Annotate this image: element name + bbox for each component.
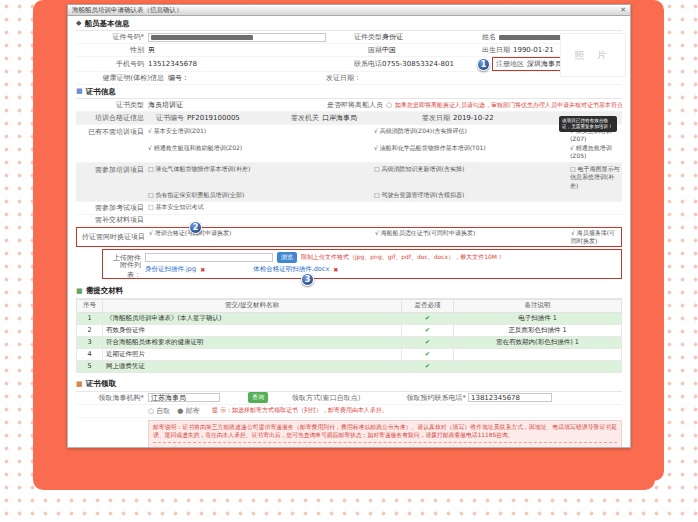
training-item[interactable]: √ 基本安全培训(Z01) [148,127,370,143]
leave-radio[interactable]: ○ [386,101,392,109]
agency-select[interactable]: 江苏海事局 [148,393,220,402]
pickup-radio-group[interactable]: ○ 自取 ● 邮寄 [148,406,212,416]
check-icon: ✔ [402,336,454,348]
renewal-item[interactable]: √ 海员服务簿(可同时换发) [571,229,621,245]
highlight-box-renewal: 2 持证需同时换证项目 √ 培训合格证(可同时申请换发) √ 海船船员适任证书(… [76,227,622,247]
id-number-input[interactable] [148,33,326,42]
training-checkbox[interactable]: □ 负有指定保安职责船员培训(全部) [148,191,370,199]
upload-format-hint: 限制上传文件格式（jpg、png、gif、pdf、doc、docx），最大文件1… [301,253,617,262]
cell-note [454,360,622,372]
cell-no: 2 [77,324,103,336]
highlight-box-upload: 3 上传附件 浏览 限制上传文件格式（jpg、png、gif、pdf、doc、d… [102,249,622,279]
section-cert-header: ■ 证书信息 [76,85,622,99]
query-button[interactable]: 查询 [248,392,268,403]
delete-attachment-icon[interactable]: ✖ [333,266,338,273]
mail-notice-box: 邮寄说明：证书将由第三方邮政速递公司提供寄递服务（邮寄费用到付，费用标准以邮政公… [148,420,622,448]
mobile-value: 13512345678 [148,60,326,68]
cell-name: 有效身份证件 [103,324,402,336]
cell-name: 网上缴费凭证 [103,360,402,372]
exam-label: 需参加考试项目 [76,203,148,213]
cell-no: 3 [77,336,103,348]
mail-icon: ■ [76,381,83,388]
cell-no: 5 [77,360,103,372]
recipient-name-label: 收件人姓名： [153,446,189,448]
renewal-item[interactable]: √ 海船船员适任证书(可同时申请换发) [375,229,567,245]
training-item[interactable]: √ 高级消防培训(Z04)(含实操评估) [374,127,566,143]
training-item[interactable]: √ 精通救生艇筏和救助艇培训(Z02) [148,144,370,160]
leave-label: 是否即将离船人员 [313,100,383,110]
attachment-list-label: 附件列表： [107,260,141,280]
delete-attachment-icon[interactable]: ✖ [200,266,205,273]
mail-notice-text: 邮寄说明：证书将由第三方邮政速递公司提供寄递服务（邮寄费用到付，费用标准以邮政公… [153,423,617,440]
pickup-mode-value: (窗口自取点) [320,393,390,403]
hover-tooltip: 该项目已持有有效合格证，无需重复参加培训！ [559,116,617,132]
row-no-training-needed: 已有不需培训项目 √ 基本安全培训(Z01) √ 高级消防培训(Z04)(含实操… [76,125,622,163]
callout-step3-badge: 3 [301,273,314,286]
issue-date-value: 2019-10-22 [453,114,494,122]
training-checkbox[interactable]: □ 驾驶台资源管理培训(含模拟器) [374,191,566,199]
check-icon: ✔ [402,312,454,324]
training-checkbox[interactable]: □ 高级消防知识更新培训(含实操) [374,165,566,189]
close-icon[interactable]: ✕ [620,6,626,14]
redacted-value [151,35,253,40]
renewal-items: √ 培训合格证(可同时申请换发) √ 海船船员适任证书(可同时申请换发) √ 海… [149,229,621,245]
section-basic-title: 船员基本信息 [84,19,129,29]
recipient-block: 收件人姓名：张晓燕女士 联 系 电 话：13121212138 邮 寄 地 址：… [153,442,617,448]
recipient-name-value: 张晓燕女士 [189,446,219,448]
row-cert-type: 证书类型 海员培训证 是否即将离船人员 ○ 如果您是即将离船换证人员请勾选，审核… [76,99,622,112]
section-materials-header: ■ 需提交材料 [76,285,622,299]
training-checkbox[interactable] [570,191,622,199]
attachment-list-row: 附件列表： 身份证扫描件.jpg ✖ 体检合格证明扫描件.docx ✖ [107,264,617,276]
training-checkbox[interactable]: □ 液化气体船货物操作基本培训(补差) [148,165,370,189]
recipient-address: 收件人姓名：张晓燕女士 联 系 电 话：13121212138 邮 寄 地 址：… [153,445,408,448]
section-basic-header: ◆ 船员基本信息 [76,17,622,31]
check-icon: ✔ [402,360,454,372]
table-row: 1 《海船船员培训申请表》(本人签字确认) ✔ 电子扫描件 1 [77,312,622,324]
training-item[interactable]: √ 油船和化学品船货物操作基本培训(T01) [374,144,566,160]
cell-name: 近期证件照片 [103,348,402,360]
pickup-phone-input[interactable]: 13812345678 [468,393,552,402]
renewal-item[interactable]: √ 培训合格证(可同时申请换发) [149,229,371,245]
upload-row: 上传附件 浏览 限制上传文件格式（jpg、png、gif、pdf、doc、doc… [107,252,617,264]
check-icon: ✔ [402,348,454,360]
health-number-label: 编号： [168,73,326,83]
pickup-phone-label: 领取预约联系电话* [390,393,466,403]
browse-button[interactable]: 浏览 [277,252,297,263]
cell-note [454,348,622,360]
cell-no: 4 [77,348,103,360]
id-type-label: 证件类型 [326,32,382,42]
cell-note: 正反面彩色扫描件 1 [454,324,622,336]
table-row: 5 网上缴费凭证 ✔ [77,360,622,372]
attachment-link[interactable]: 身份证扫描件.jpg [145,265,196,274]
col-note: 备注说明 [454,299,622,312]
form-content: ◆ 船员基本信息 照 片 证件号码* 证件类型 身份证 姓名 性别 男 国籍 中… [67,16,631,448]
row-pickup-agency: 领取海事机构* 江苏海事局 查询 领取方式 (窗口自取点) 领取预约联系电话* … [76,392,622,405]
section-cert-title: 证书信息 [86,87,116,97]
table-row: 2 有效身份证件 ✔ 正反面彩色扫描件 1 [77,324,622,336]
region-value: 深圳海事局 [527,59,562,69]
row-gender: 性别 男 国籍 中国 出生日期 1990-01-21 [76,44,622,57]
callout-step2-badge: 2 [189,221,202,234]
exam-checkbox[interactable]: □ 基本安全知识考试 [148,203,204,212]
agency-label: 领取海事机构* [76,393,148,403]
materials-header-row: 序号 需交/提交材料名称 是否必须 备注说明 [77,299,622,312]
row-training-required: 需参加培训项目 □ 液化气体船货物操作基本培训(补差) □ 高级消防知识更新培训… [76,163,622,201]
section-materials-title: 需提交材料 [86,286,124,296]
row-extra-materials: 需补交材料项目 [76,215,622,226]
issuer-value: 口岸海事局 [322,113,410,123]
training-checkbox[interactable]: □ 电子海图显示与信息系统培训(补差) [570,165,622,189]
attachment-link[interactable]: 体检合格证明扫描件.docx [253,265,329,274]
upload-file-input[interactable] [145,253,273,262]
id-type-value: 身份证 [382,32,470,42]
callout-step1-badge: 1 [477,58,490,71]
training-cert-label: 培训合格证信息 [76,113,148,123]
cert-type-value: 海员培训证 [148,100,313,110]
cell-note: 需在有效期内(彩色扫描件) 1 [454,336,622,348]
cert-type-label: 证书类型 [76,100,148,110]
cell-no: 1 [77,312,103,324]
row-exam-required: 需参加考试项目 □ 基本安全知识考试 [76,202,622,215]
row-phone: 手机号码 13512345678 联系电话 0755-30853324-801 … [76,57,622,72]
training-item[interactable]: √ 精通急救培训(Z05) [570,144,622,160]
nationality-label: 国籍 [326,45,382,55]
gender-label: 性别 [76,45,148,55]
